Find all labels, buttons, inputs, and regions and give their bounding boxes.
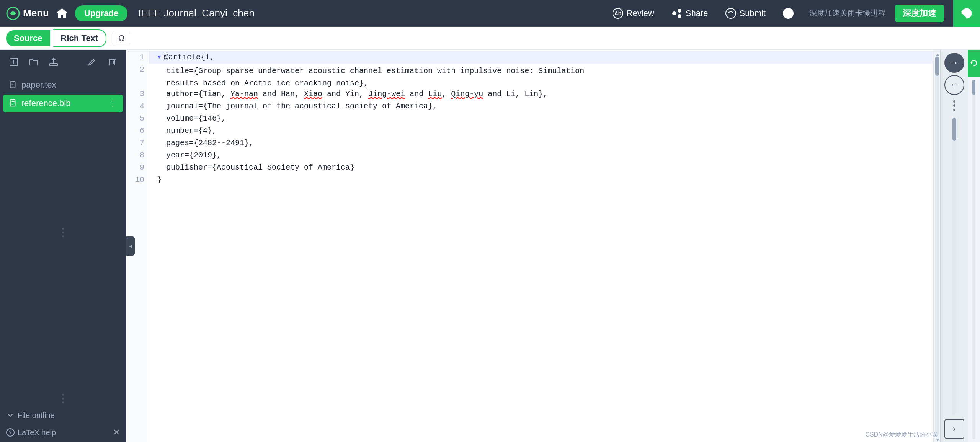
code-line-9: publisher={Acoustical Society of America… — [149, 161, 933, 174]
share-button[interactable]: Share — [665, 5, 714, 21]
line-num-3: 3 — [126, 88, 149, 100]
topbar: Menu Upgrade IEEE Journal_Canyi_chen Ab … — [0, 0, 980, 27]
far-right-scrollbar-area[interactable] — [968, 77, 980, 442]
menu-button[interactable]: Menu — [6, 7, 49, 20]
dot-4 — [62, 394, 64, 396]
svg-point-4 — [678, 9, 681, 13]
vertical-scrollbar[interactable]: ▲ ▼ — [933, 50, 940, 442]
sidebar-bottom: ? LaTeX help ✕ — [0, 423, 126, 442]
code-line-5: volume={146}, — [149, 113, 933, 125]
file-menu-icon[interactable]: ⋮ — [109, 99, 117, 108]
open-folder-button[interactable] — [26, 54, 41, 71]
right-scrollbar-track[interactable] — [952, 118, 956, 415]
watermark: CSDN@爱爱爱生活的小诶 — [865, 431, 938, 439]
omega-button[interactable]: Ω — [113, 31, 130, 46]
far-right-thumb — [972, 80, 975, 95]
richtext-tab[interactable]: Rich Text — [53, 29, 106, 47]
latex-help-button[interactable]: ? LaTeX help — [6, 428, 56, 437]
nav-dot-2 — [953, 104, 956, 107]
dot-2 — [62, 232, 64, 233]
svg-point-6 — [726, 8, 736, 18]
refresh-button[interactable]: R — [953, 0, 980, 27]
sidebar: paper.tex reference.bib ⋮ File outline — [0, 50, 126, 442]
review-button[interactable]: Ab Review — [606, 5, 660, 21]
fold-indicator[interactable]: ▾ — [157, 51, 162, 64]
line-num-10: 10 — [126, 174, 149, 186]
line-num-1: 1 — [126, 51, 149, 64]
upgrade-button[interactable]: Upgrade — [75, 5, 127, 21]
line-num-4: 4 — [126, 100, 149, 113]
edit-button[interactable] — [85, 54, 100, 71]
dot-6 — [62, 401, 64, 403]
new-file-button[interactable] — [6, 54, 21, 71]
dot-1 — [62, 228, 64, 230]
code-line-10: } — [149, 174, 933, 186]
scroll-up-arrow[interactable]: ▲ — [935, 51, 939, 55]
sidebar-collapse-btn[interactable]: ◂ — [126, 236, 135, 256]
line-num-7: 7 — [126, 137, 149, 149]
code-line-1: ▾@article{1, — [149, 51, 933, 64]
editor-area[interactable]: 1 2 3 4 5 6 7 8 9 10 ▾@article{1, title=… — [126, 50, 940, 442]
svg-text:R: R — [967, 11, 971, 17]
upload-button[interactable] — [46, 54, 61, 71]
submit-button[interactable]: Submit — [719, 5, 772, 21]
code-line-4: journal={The journal of the acoustical s… — [149, 100, 933, 113]
scrollbar-track[interactable] — [935, 57, 939, 435]
dot-5 — [62, 398, 64, 400]
code-line-3: author={Tian, Ya-nan and Han, Xiao and Y… — [149, 88, 933, 100]
far-right-panel — [968, 50, 980, 442]
svg-text:?: ? — [9, 430, 11, 435]
nav-dots — [953, 97, 956, 114]
line-num-5: 5 — [126, 113, 149, 125]
svg-text:Ab: Ab — [614, 10, 621, 16]
right-nav-panel: → ← › — [940, 50, 968, 442]
main-content: paper.tex reference.bib ⋮ File outline — [0, 50, 980, 442]
sidebar-item-paper-tex[interactable]: paper.tex — [3, 76, 123, 94]
dot-3 — [62, 235, 64, 237]
code-line-7: pages={2482--2491}, — [149, 137, 933, 149]
code-line-8: year={2019}, — [149, 149, 933, 161]
svg-point-5 — [678, 14, 681, 18]
line-num-6: 6 — [126, 125, 149, 137]
delete-button[interactable] — [105, 54, 120, 71]
close-icon[interactable]: ✕ — [113, 427, 120, 437]
nav-dot-3 — [953, 109, 956, 111]
code-line-2: title={Group sparse underwater acoustic … — [149, 64, 933, 88]
nav-right-arrow[interactable]: → — [944, 53, 964, 73]
sidebar-item-reference-bib[interactable]: reference.bib ⋮ — [3, 95, 123, 112]
code-editor[interactable]: ▾@article{1, title={Group sparse underwa… — [149, 50, 933, 442]
right-scrollbar-thumb[interactable] — [952, 118, 956, 141]
home-button[interactable] — [54, 5, 70, 22]
svg-point-3 — [672, 11, 676, 15]
svg-rect-12 — [50, 64, 57, 66]
scrollbar-thumb[interactable] — [935, 57, 939, 76]
history-button[interactable] — [776, 5, 800, 21]
nav-right-small[interactable]: › — [944, 419, 964, 439]
line-num-2: 2 — [126, 64, 149, 76]
far-right-refresh[interactable] — [968, 50, 980, 77]
chinese-notice: 深度加速关闭卡慢进程 — [809, 8, 886, 18]
deepspeed-button[interactable]: 深度加速 — [895, 5, 944, 22]
code-line-6: number={4}, — [149, 125, 933, 137]
nav-dot-1 — [953, 100, 956, 103]
line-num-8: 8 — [126, 149, 149, 161]
file-list: paper.tex reference.bib ⋮ — [0, 75, 126, 223]
project-title: IEEE Journal_Canyi_chen — [138, 7, 255, 19]
editor-toolbar: Source Rich Text Ω — [0, 27, 980, 50]
line-num-9: 9 — [126, 161, 149, 174]
sidebar-toolbar — [0, 50, 126, 75]
file-outline-toggle[interactable]: File outline — [0, 408, 126, 423]
nav-left-arrow[interactable]: ← — [944, 75, 964, 95]
source-tab[interactable]: Source — [6, 30, 50, 46]
